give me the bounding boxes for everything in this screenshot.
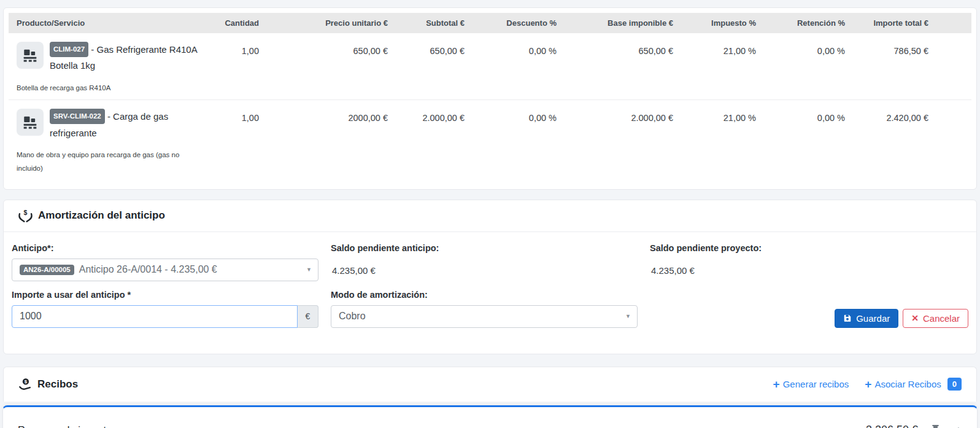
svg-text:$: $: [24, 209, 28, 216]
resumen-total: 3.206,50 €: [866, 424, 918, 428]
col-retencion: Retención %: [763, 13, 852, 33]
chevron-down-icon: ▼: [625, 313, 631, 319]
cell-cantidad: 1,00: [211, 100, 266, 181]
floppy-disk-icon: [843, 314, 852, 322]
col-impuesto: Impuesto %: [681, 13, 763, 33]
table-header-row: Producto/Servicio Cantidad Precio unitar…: [9, 13, 971, 33]
anticipo-field-group: Anticipo*: AN26-A/00005 Anticipo 26-A/00…: [12, 243, 331, 281]
amortizacion-title: Amortización del anticipo: [38, 209, 165, 222]
cancel-button-label: Cancelar: [923, 313, 960, 324]
product-description: Mano de obra y equipo para recarga de ga…: [17, 149, 182, 176]
save-button-label: Guardar: [856, 313, 890, 324]
col-subtotal: Subtotal €: [395, 13, 472, 33]
cancel-button[interactable]: ✕ Cancelar: [903, 309, 968, 328]
saldo-anticipo-value: 4.235,00 €: [332, 265, 650, 276]
amortizacion-header: $ Amortización del anticipo: [4, 200, 976, 232]
cell-impuesto: 21,00 %: [681, 33, 763, 100]
chevron-down-icon: ▼: [306, 267, 312, 273]
svg-text:$: $: [25, 379, 28, 384]
table-row[interactable]: CLIM-027 - Gas Refrigerante R410A Botell…: [9, 33, 971, 100]
cell-retencion: 0,00 %: [763, 100, 852, 181]
pin-button[interactable]: [932, 425, 939, 428]
generar-recibos-link[interactable]: + Generar recibos: [773, 378, 849, 390]
product-code-badge: SRV-CLIM-022: [50, 109, 105, 124]
cell-subtotal: 650,00 €: [395, 33, 472, 100]
asociar-recibos-link[interactable]: + Asociar Recibos: [865, 378, 941, 390]
modo-select[interactable]: Cobro ▼: [331, 305, 638, 328]
recibos-header: $ Recibos + Generar recibos + Asociar Re…: [4, 367, 976, 402]
saldo-proyecto-group: Saldo pendiente proyecto: 4.235,00 €: [650, 243, 968, 281]
recibos-count-badge: 0: [947, 378, 962, 391]
cell-precio-unitario: 2000,00 €: [266, 100, 395, 181]
cell-retencion: 0,00 %: [763, 33, 852, 100]
col-base-imponible: Base imponible €: [564, 13, 681, 33]
col-producto: Producto/Servicio: [9, 13, 211, 33]
thumbtack-icon: [932, 425, 939, 428]
importe-field-group: Importe a usar del anticipo * €: [12, 290, 331, 328]
anticipo-label: Anticipo*:: [12, 243, 331, 253]
saldo-proyecto-value: 4.235,00 €: [651, 265, 968, 276]
products-table-card: Producto/Servicio Cantidad Precio unitar…: [3, 7, 977, 190]
saldo-anticipo-label: Saldo pendiente anticipo:: [331, 243, 650, 253]
cell-base-imponible: 2.000,00 €: [564, 100, 681, 181]
anticipo-selected-value: Anticipo 26-A/0014 - 4.235,00 €: [79, 264, 217, 275]
save-button[interactable]: Guardar: [835, 309, 898, 328]
product-name: SRV-CLIM-022 - Carga de gas refrigerante: [50, 109, 203, 141]
products-table: Producto/Servicio Cantidad Precio unitar…: [9, 13, 971, 181]
hand-holding-dollar-icon: $: [18, 378, 32, 391]
cell-importe-total: 786,50 €: [852, 33, 971, 100]
cell-descuento: 0,00 %: [472, 100, 564, 181]
col-precio-unitario: Precio unitario €: [266, 13, 395, 33]
recibos-title: Recibos: [37, 378, 78, 391]
plus-icon: +: [773, 378, 780, 390]
asociar-recibos-label: Asociar Recibos: [874, 379, 941, 389]
anticipo-code-badge: AN26-A/00005: [20, 265, 74, 275]
product-name: CLIM-027 - Gas Refrigerante R410A Botell…: [50, 42, 203, 74]
saldo-proyecto-label: Saldo pendiente proyecto:: [650, 243, 968, 253]
table-row[interactable]: SRV-CLIM-022 - Carga de gas refrigerante…: [9, 100, 971, 181]
cell-precio-unitario: 650,00 €: [266, 33, 395, 100]
col-importe-total: Importe total €: [852, 13, 971, 33]
chevron-left-icon: [953, 426, 962, 428]
cell-subtotal: 2.000,00 €: [395, 100, 472, 181]
pallet-icon: [17, 42, 44, 69]
product-code-badge: CLIM-027: [50, 42, 88, 57]
modo-field-group: Modo de amortización: Cobro ▼: [331, 290, 650, 328]
importe-label: Importe a usar del anticipo *: [12, 290, 331, 300]
resumen-title: Resumen de importes: [18, 424, 117, 428]
euro-suffix: €: [298, 305, 318, 328]
cell-impuesto: 21,00 %: [681, 100, 763, 181]
collapse-panel-button[interactable]: [953, 426, 962, 428]
plus-icon: +: [865, 378, 871, 390]
cell-importe-total: 2.420,00 €: [852, 100, 971, 181]
cell-base-imponible: 650,00 €: [564, 33, 681, 100]
modo-label: Modo de amortización:: [331, 290, 650, 300]
hands-holding-dollar-icon: $: [18, 209, 33, 222]
product-description: Botella de recarga gas R410A: [17, 82, 182, 95]
anticipo-select[interactable]: AN26-A/00005 Anticipo 26-A/0014 - 4.235,…: [12, 259, 318, 281]
cell-descuento: 0,00 %: [472, 33, 564, 100]
resumen-bar[interactable]: Resumen de importes 3.206,50 €: [2, 405, 978, 428]
modo-selected-value: Cobro: [339, 311, 366, 322]
importe-input[interactable]: [12, 305, 298, 328]
col-cantidad: Cantidad: [211, 13, 266, 33]
amortizacion-card: $ Amortización del anticipo Anticipo*: A…: [3, 200, 977, 354]
generar-recibos-label: Generar recibos: [783, 379, 849, 389]
saldo-anticipo-group: Saldo pendiente anticipo: 4.235,00 €: [331, 243, 650, 281]
close-icon: ✕: [911, 313, 919, 323]
recibos-card: $ Recibos + Generar recibos + Asociar Re…: [3, 367, 977, 402]
cell-cantidad: 1,00: [211, 33, 266, 100]
col-descuento: Descuento %: [472, 13, 564, 33]
pallet-icon: [17, 109, 44, 136]
